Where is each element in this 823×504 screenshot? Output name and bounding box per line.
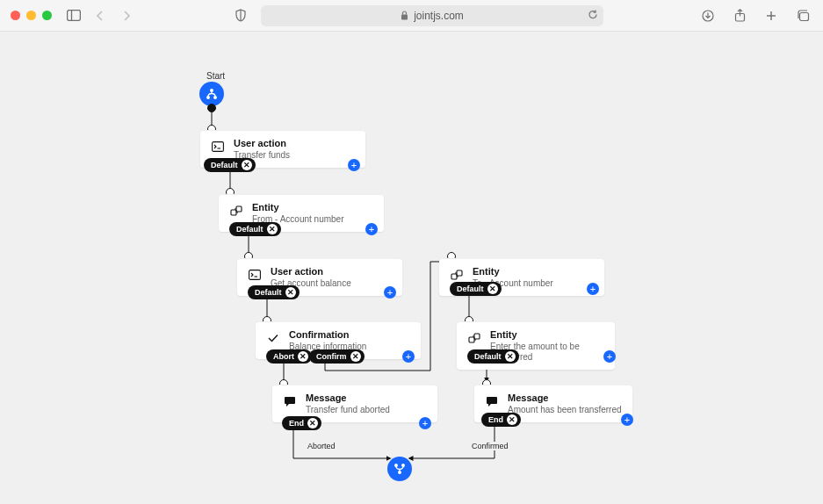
add-branch-button[interactable]: + [603,350,616,363]
node-title: Entity [473,266,553,277]
svg-rect-22 [213,142,224,152]
svg-rect-30 [451,274,457,279]
node-title: Entity [490,329,606,341]
svg-point-39 [402,464,405,467]
svg-rect-31 [457,270,462,276]
forward-button[interactable] [117,6,136,25]
start-node[interactable] [199,82,224,106]
minimize-window-button[interactable] [26,11,36,20]
close-icon[interactable]: ✕ [507,414,517,425]
pill-label: Default [236,225,264,234]
node-title: Entity [252,202,343,213]
share-button[interactable] [730,6,749,25]
node-title: User action [234,138,290,149]
lock-icon [401,11,408,20]
add-branch-button[interactable]: + [621,414,633,426]
window-controls [11,11,52,20]
default-branch-pill[interactable]: Default ✕ [229,222,281,236]
downloads-button[interactable] [698,6,718,25]
default-branch-pill[interactable]: Default ✕ [248,285,300,299]
close-icon[interactable]: ✕ [307,418,318,428]
privacy-shield-icon[interactable] [231,6,250,25]
node-title: Confirmation [289,329,366,341]
browser-toolbar: jointjs.com [0,0,823,32]
node-title: Message [306,392,390,404]
close-icon[interactable]: ✕ [350,351,361,362]
entity-icon [448,266,466,284]
svg-rect-35 [474,334,480,339]
add-branch-button[interactable]: + [419,417,431,429]
sidebar-toggle-button[interactable] [64,6,83,25]
add-branch-button[interactable]: + [365,223,378,235]
start-label: Start [206,71,225,81]
prompt-icon [209,138,227,155]
pill-label: Confirm [316,352,347,361]
end-branch-pill[interactable]: End ✕ [282,416,321,430]
close-icon[interactable]: ✕ [487,284,498,294]
link-label-confirmed: Confirmed [470,442,510,450]
close-icon[interactable]: ✕ [298,351,308,362]
message-icon [483,392,501,410]
pill-label: Default [255,288,282,297]
default-branch-pill[interactable]: Default ✕ [450,282,502,296]
svg-point-20 [207,97,210,99]
svg-rect-3 [401,15,408,20]
branch-icon [206,88,218,100]
pill-label: End [488,415,503,424]
svg-rect-25 [236,206,242,212]
diagram-links [0,32,823,504]
svg-rect-34 [469,337,474,342]
svg-point-19 [211,90,213,92]
close-icon[interactable]: ✕ [242,160,252,170]
default-branch-pill[interactable]: Default ✕ [204,158,256,172]
entity-icon [466,329,483,347]
svg-rect-0 [68,11,81,21]
new-tab-button[interactable] [762,6,781,25]
pill-label: Default [457,284,484,293]
close-window-button[interactable] [11,11,20,20]
prompt-icon [246,266,264,284]
node-subtitle: Transfer fund aborted [306,405,390,415]
address-bar-host: jointjs.com [414,10,464,22]
add-branch-button[interactable]: + [348,159,360,171]
add-branch-button[interactable]: + [384,286,396,299]
svg-point-38 [395,464,398,467]
link-label-aborted: Aborted [306,442,337,450]
node-title: Message [508,392,622,404]
svg-rect-10 [799,12,808,20]
svg-rect-28 [249,270,261,280]
address-bar[interactable]: jointjs.com [261,5,603,26]
close-icon[interactable]: ✕ [505,351,516,362]
start-out-port[interactable] [207,104,216,112]
end-node[interactable] [387,457,412,481]
merge-icon [393,463,406,475]
pill-label: Abort [273,352,294,361]
add-branch-button[interactable]: + [587,283,599,295]
tabs-overview-button[interactable] [793,6,812,25]
check-icon [264,329,282,347]
confirm-branch-pill[interactable]: Confirm ✕ [309,349,365,364]
end-branch-pill[interactable]: End ✕ [481,413,521,427]
entity-icon [227,202,245,220]
add-branch-button[interactable]: + [402,350,415,363]
maximize-window-button[interactable] [42,11,52,20]
svg-point-40 [399,472,401,474]
reload-button[interactable] [588,9,598,22]
node-subtitle: Amount has been transferred [508,405,622,415]
diagram-viewport[interactable]: Start User action Transfer funds Default… [0,32,823,504]
svg-point-21 [214,97,217,99]
svg-rect-24 [231,210,236,215]
pill-label: Default [211,161,238,169]
pill-label: Default [474,352,502,361]
back-button[interactable] [90,6,110,25]
node-title: User action [271,266,351,277]
message-icon [281,392,299,410]
close-icon[interactable]: ✕ [285,287,296,298]
abort-branch-pill[interactable]: Abort ✕ [266,349,312,364]
close-icon[interactable]: ✕ [267,224,278,234]
default-branch-pill[interactable]: Default ✕ [467,349,519,364]
pill-label: End [289,419,304,428]
